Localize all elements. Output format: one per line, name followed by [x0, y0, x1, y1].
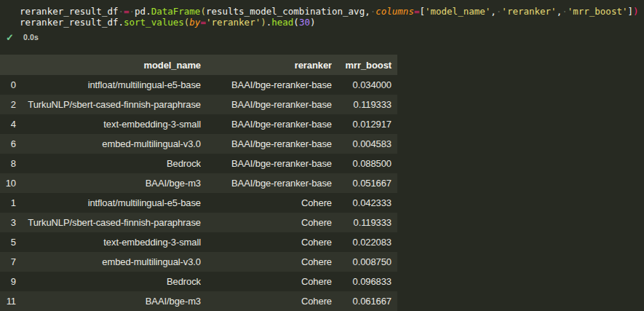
code-token: ·: [562, 6, 568, 17]
row-index: 2: [0, 95, 22, 114]
col-header-model-name: model_name: [22, 55, 201, 75]
cell-model-name: intfloat/multilingual-e5-base: [22, 75, 201, 95]
cell-reranker: Cohere: [201, 252, 332, 272]
cell-mrr-boost: 0.061667: [332, 291, 397, 311]
table-row: 3TurkuNLP/sbert-cased-finnish-paraphrase…: [0, 213, 397, 232]
dataframe-table: model_name reranker mrr_boost 0intfloat/…: [0, 55, 397, 311]
row-index: 10: [0, 173, 22, 193]
dataframe-header: model_name reranker mrr_boost: [0, 55, 397, 75]
cell-model-name: BAAI/bge-m3: [22, 291, 201, 311]
code-token: results_model_combination_avg: [206, 6, 365, 17]
cell-reranker: Cohere: [201, 193, 332, 213]
cell-reranker: BAAI/bge-reranker-base: [201, 114, 332, 134]
code-line[interactable]: reranker_result_df.sort_values(by='reran…: [20, 17, 639, 28]
execution-status: ✓ 0.0s: [6, 31, 39, 43]
cell-mrr-boost: 0.008750: [332, 252, 397, 272]
code-token: by: [189, 17, 200, 28]
cell-mrr-boost: 0.022083: [332, 232, 397, 252]
cell-model-name: embed-multilingual-v3.0: [22, 134, 201, 154]
cell-model-name: embed-multilingual-v3.0: [22, 252, 201, 272]
code-token: sort_values: [124, 17, 184, 28]
cell-mrr-boost: 0.088500: [332, 154, 397, 173]
cell-reranker: Cohere: [201, 232, 332, 252]
index-header: [0, 55, 22, 75]
header-row: model_name reranker mrr_boost: [0, 55, 397, 75]
code-token: pd: [135, 6, 146, 17]
cell-model-name: text-embedding-3-small: [22, 232, 201, 252]
cell-model-name: BAAI/bge-m3: [22, 173, 201, 193]
code-token: reranker_result_df: [20, 17, 118, 28]
cell-mrr-boost: 0.051667: [332, 173, 397, 193]
table-row: 5text-embedding-3-smallCohere0.022083: [0, 232, 397, 252]
cell-mrr-boost: 0.004583: [332, 134, 397, 154]
table-row: 6embed-multilingual-v3.0BAAI/bge-reranke…: [0, 134, 397, 154]
code-token: 'reranker': [206, 17, 261, 28]
code-editor[interactable]: reranker_result_df·=·pd.DataFrame(result…: [20, 7, 639, 28]
code-token: 'model_name': [425, 6, 490, 17]
row-index: 11: [0, 291, 22, 311]
cell-model-name: intfloat/multilingual-e5-base: [22, 193, 201, 213]
code-token: ·: [130, 6, 135, 17]
dataframe-output: model_name reranker mrr_boost 0intfloat/…: [0, 55, 397, 311]
code-token: [: [419, 6, 425, 17]
code-token: ]: [627, 6, 633, 17]
cell-mrr-boost: 0.012917: [332, 114, 397, 134]
code-token: columns: [375, 6, 414, 17]
cell-reranker: BAAI/bge-reranker-base: [201, 95, 332, 114]
table-row: 10BAAI/bge-m3BAAI/bge-reranker-base0.051…: [0, 173, 397, 193]
cell-mrr-boost: 0.119333: [332, 213, 397, 232]
table-row: 8BedrockBAAI/bge-reranker-base0.088500: [0, 154, 397, 173]
code-token: head: [271, 17, 293, 28]
code-token: reranker_result_df: [20, 6, 118, 17]
col-header-mrr-boost: mrr_boost: [332, 55, 397, 75]
code-token: ·: [118, 6, 124, 17]
cell-reranker: BAAI/bge-reranker-base: [201, 173, 332, 193]
code-token: .: [118, 17, 124, 28]
row-index: 3: [0, 213, 22, 232]
cell-model-name: Bedrock: [22, 272, 201, 291]
code-token: ): [261, 17, 266, 28]
execution-time: 0.0s: [23, 33, 39, 42]
code-token: .: [146, 6, 151, 17]
code-token: =: [124, 6, 130, 17]
code-token: 30: [299, 17, 310, 28]
cell-mrr-boost: 0.096833: [332, 272, 397, 291]
table-row: 0intfloat/multilingual-e5-baseBAAI/bge-r…: [0, 75, 397, 95]
code-token: (: [200, 6, 206, 17]
code-token: ,: [365, 6, 370, 17]
table-row: 7embed-multilingual-v3.0Cohere0.008750: [0, 252, 397, 272]
cell-model-name: Bedrock: [22, 154, 201, 173]
code-token: =: [200, 17, 206, 28]
col-header-reranker: reranker: [201, 55, 332, 75]
check-icon: ✓: [6, 33, 14, 42]
cell-mrr-boost: 0.042333: [332, 193, 397, 213]
row-index: 6: [0, 134, 22, 154]
cell-model-name: text-embedding-3-small: [22, 114, 201, 134]
table-row: 11BAAI/bge-m3Cohere0.061667: [0, 291, 397, 311]
cell-reranker: Cohere: [201, 272, 332, 291]
code-token: ): [310, 17, 316, 28]
code-token: ): [633, 6, 639, 17]
row-index: 5: [0, 232, 22, 252]
code-token: (: [293, 17, 299, 28]
notebook-cell: { "colors":{ "bg":"#272a22", "pink":"#f9…: [0, 0, 644, 311]
row-index: 0: [0, 75, 22, 95]
code-token: 'reranker': [501, 6, 556, 17]
table-row: 2TurkuNLP/sbert-cased-finnish-paraphrase…: [0, 95, 397, 114]
cell-model-name: TurkuNLP/sbert-cased-finnish-paraphrase: [22, 213, 201, 232]
table-row: 4text-embedding-3-smallBAAI/bge-reranker…: [0, 114, 397, 134]
table-row: 9BedrockCohere0.096833: [0, 272, 397, 291]
cell-reranker: BAAI/bge-reranker-base: [201, 154, 332, 173]
code-token: ,: [490, 6, 496, 17]
code-line[interactable]: reranker_result_df·=·pd.DataFrame(result…: [20, 7, 639, 17]
code-token: DataFrame: [151, 6, 201, 17]
row-index: 9: [0, 272, 22, 291]
cell-reranker: Cohere: [201, 291, 332, 311]
row-index: 4: [0, 114, 22, 134]
cell-mrr-boost: 0.119333: [332, 95, 397, 114]
cell-reranker: Cohere: [201, 213, 332, 232]
cell-reranker: BAAI/bge-reranker-base: [201, 134, 332, 154]
code-token: 'mrr_boost': [568, 6, 628, 17]
dataframe-body: 0intfloat/multilingual-e5-baseBAAI/bge-r…: [0, 75, 397, 311]
row-index: 8: [0, 154, 22, 173]
